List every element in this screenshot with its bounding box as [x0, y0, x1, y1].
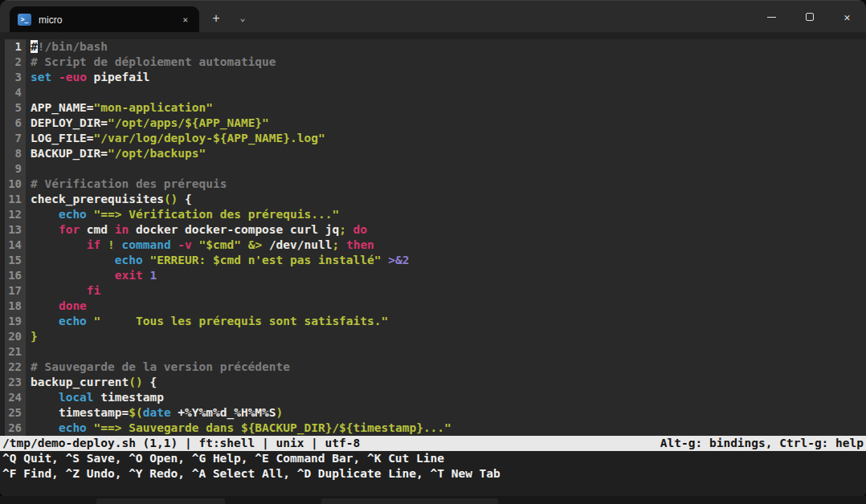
code-line-4[interactable]: 4 [0, 85, 866, 100]
line-number: 7 [5, 131, 26, 146]
powershell-icon: >_ [18, 14, 31, 26]
code-line-14[interactable]: 14 if ! command -v "$cmd" &> /dev/null; … [0, 238, 866, 253]
keybinding-help-line-1: ^Q Quit, ^S Save, ^O Open, ^G Help, ^E C… [0, 451, 866, 466]
code-text[interactable]: DEPLOY_DIR="/opt/apps/${APP_NAME}" [26, 116, 866, 131]
code-text[interactable]: timestamp=$(date +%Y%m%d_%H%M%S) [26, 405, 866, 421]
code-line-6[interactable]: 6DEPLOY_DIR="/opt/apps/${APP_NAME}" [0, 116, 866, 131]
line-number: 26 [5, 421, 26, 436]
status-file-info: /tmp/demo-deploy.sh (1,1) | ft:shell | u… [2, 436, 360, 451]
code-line-21[interactable]: 21 [0, 344, 866, 360]
line-number: 3 [5, 70, 26, 85]
line-number: 19 [5, 314, 26, 329]
keybinding-help-line-2: ^F Find, ^Z Undo, ^Y Redo, ^A Select All… [0, 466, 866, 482]
status-help-hint: Alt-g: bindings, Ctrl-g: help [660, 436, 864, 451]
code-line-17[interactable]: 17 fi [0, 283, 866, 299]
terminal-window: >_ micro ✕ + ⌄ ✕ 1#!/bin/bash2# Script d… [0, 0, 866, 496]
line-number: 5 [5, 100, 26, 116]
title-bar[interactable]: >_ micro ✕ + ⌄ ✕ [0, 0, 866, 32]
status-bar: /tmp/demo-deploy.sh (1,1) | ft:shell | u… [0, 436, 866, 451]
line-number: 17 [5, 283, 26, 299]
new-tab-button[interactable]: + [205, 9, 227, 28]
code-line-23[interactable]: 23backup_current() { [0, 375, 866, 390]
line-number: 4 [5, 85, 26, 100]
code-line-8[interactable]: 8BACKUP_DIR="/opt/backups" [0, 146, 866, 161]
line-number: 11 [5, 192, 26, 207]
code-text[interactable]: #!/bin/bash [26, 39, 866, 55]
code-text[interactable]: for cmd in docker docker-compose curl jq… [26, 222, 866, 238]
code-line-2[interactable]: 2# Script de déploiement automatique [0, 55, 866, 70]
code-text[interactable]: } [26, 329, 866, 344]
minimize-icon [767, 17, 776, 18]
code-text[interactable]: check_prerequisites() { [26, 192, 866, 207]
code-text[interactable]: fi [26, 283, 866, 299]
code-line-12[interactable]: 12 echo "==> Vérification des prérequis.… [0, 207, 866, 222]
line-number: 14 [5, 238, 26, 253]
code-text[interactable]: LOG_FILE="/var/log/deploy-${APP_NAME}.lo… [26, 131, 866, 146]
line-number: 15 [5, 253, 26, 268]
code-text[interactable]: if ! command -v "$cmd" &> /dev/null; the… [26, 238, 866, 253]
code-text[interactable]: echo "ERREUR: $cmd n'est pas installé" >… [26, 253, 866, 268]
line-number: 23 [5, 375, 26, 390]
line-number: 24 [5, 390, 26, 405]
code-line-19[interactable]: 19 echo " Tous les prérequis sont satisf… [0, 314, 866, 329]
code-text[interactable] [26, 85, 866, 100]
tab-micro[interactable]: >_ micro ✕ [10, 6, 199, 33]
line-number: 10 [5, 177, 26, 192]
code-line-20[interactable]: 20} [0, 329, 866, 344]
code-text[interactable]: # Sauvegarde de la version précédente [26, 360, 866, 375]
code-line-5[interactable]: 5APP_NAME="mon-application" [0, 100, 866, 116]
code-text[interactable]: BACKUP_DIR="/opt/backups" [26, 146, 866, 161]
code-line-24[interactable]: 24 local timestamp [0, 390, 866, 405]
terminal-content[interactable]: 1#!/bin/bash2# Script de déploiement aut… [0, 32, 866, 496]
code-text[interactable]: set -euo pipefail [26, 70, 866, 85]
line-number: 25 [5, 405, 26, 421]
line-number: 20 [5, 329, 26, 344]
code-text[interactable]: done [26, 299, 866, 314]
line-number: 21 [5, 344, 26, 360]
line-number: 16 [5, 268, 26, 283]
window-controls: ✕ [753, 1, 866, 33]
code-text[interactable]: local timestamp [26, 390, 866, 405]
code-line-22[interactable]: 22# Sauvegarde de la version précédente [0, 360, 866, 375]
code-line-11[interactable]: 11check_prerequisites() { [0, 192, 866, 207]
line-number: 6 [5, 116, 26, 131]
maximize-button[interactable] [790, 1, 828, 33]
code-line-3[interactable]: 3set -euo pipefail [0, 70, 866, 85]
line-number: 1 [5, 39, 26, 55]
line-number: 13 [5, 222, 26, 238]
close-button[interactable]: ✕ [828, 1, 866, 33]
code-line-18[interactable]: 18 done [0, 299, 866, 314]
line-number: 12 [5, 207, 26, 222]
code-text[interactable]: exit 1 [26, 268, 866, 283]
code-text[interactable]: # Vérification des prérequis [26, 177, 866, 192]
code-text[interactable] [26, 161, 866, 177]
code-text[interactable]: # Script de déploiement automatique [26, 55, 866, 70]
line-number: 9 [5, 161, 26, 177]
code-line-25[interactable]: 25 timestamp=$(date +%Y%m%d_%H%M%S) [0, 405, 866, 421]
code-text[interactable]: backup_current() { [26, 375, 866, 390]
code-line-16[interactable]: 16 exit 1 [0, 268, 866, 283]
code-line-26[interactable]: 26 echo "==> Sauvegarde dans ${BACKUP_DI… [0, 421, 866, 436]
code-line-15[interactable]: 15 echo "ERREUR: $cmd n'est pas installé… [0, 253, 866, 268]
code-line-7[interactable]: 7LOG_FILE="/var/log/deploy-${APP_NAME}.l… [0, 131, 866, 146]
code-line-10[interactable]: 10# Vérification des prérequis [0, 177, 866, 192]
code-line-1[interactable]: 1#!/bin/bash [0, 39, 866, 55]
line-number: 2 [5, 55, 26, 70]
code-text[interactable]: APP_NAME="mon-application" [26, 100, 866, 116]
code-text[interactable]: echo "==> Sauvegarde dans ${BACKUP_DIR}/… [26, 421, 866, 436]
maximize-icon [806, 13, 814, 21]
code-text[interactable]: echo " Tous les prérequis sont satisfait… [26, 314, 866, 329]
code-text[interactable]: echo "==> Vérification des prérequis..." [26, 207, 866, 222]
tab-dropdown-button[interactable]: ⌄ [231, 9, 254, 28]
taskbar-sliver [0, 496, 866, 504]
code-line-13[interactable]: 13 for cmd in docker docker-compose curl… [0, 222, 866, 238]
tab-title: micro [39, 14, 172, 26]
minimize-button[interactable] [753, 1, 790, 33]
line-number: 22 [5, 360, 26, 375]
editor-lines[interactable]: 1#!/bin/bash2# Script de déploiement aut… [0, 32, 866, 436]
code-text[interactable] [26, 344, 866, 360]
line-number: 8 [5, 146, 26, 161]
tab-close-icon[interactable]: ✕ [179, 13, 191, 26]
code-line-9[interactable]: 9 [0, 161, 866, 177]
terminal-padding [0, 482, 866, 496]
